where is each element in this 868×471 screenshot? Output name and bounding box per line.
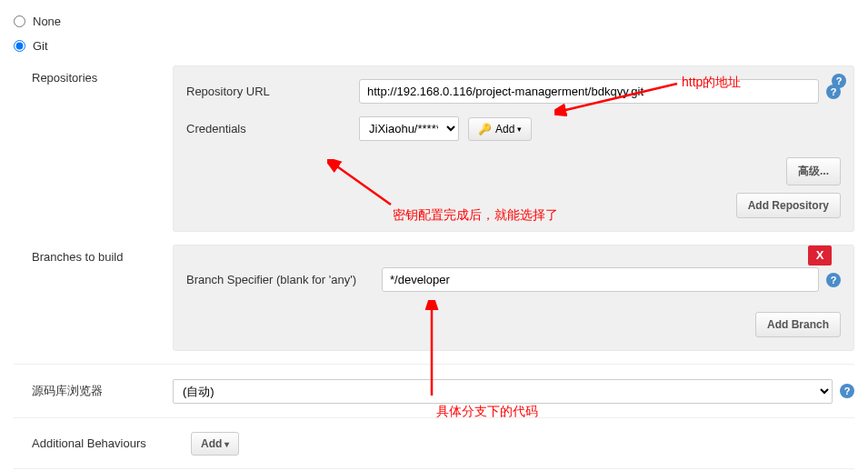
additional-behaviours-label: Additional Behaviours: [32, 431, 191, 456]
divider: [14, 468, 854, 469]
key-icon: 🔑: [478, 123, 492, 135]
repositories-block: ? Repository URL ? Credentials JiXiaohu/…: [173, 65, 854, 232]
repo-browser-label: 源码库浏览器: [32, 377, 173, 405]
add-credentials-button[interactable]: 🔑 Add ▾: [468, 117, 532, 141]
divider: [14, 417, 854, 418]
credentials-select[interactable]: JiXiaohu/******: [359, 116, 459, 141]
divider: [14, 364, 854, 365]
add-repository-button[interactable]: Add Repository: [736, 193, 841, 218]
repo-url-label: Repository URL: [186, 85, 359, 98]
help-icon[interactable]: ?: [832, 74, 846, 88]
scm-git-radio[interactable]: [14, 40, 25, 52]
credentials-label: Credentials: [186, 122, 359, 135]
scm-none-label: None: [33, 15, 61, 28]
help-icon[interactable]: ?: [826, 273, 841, 287]
branches-block: X Branch Specifier (blank for 'any') ? A…: [173, 245, 854, 351]
scm-none-radio[interactable]: [14, 15, 25, 27]
branches-label: Branches to build: [32, 245, 173, 351]
advanced-button[interactable]: 高级...: [786, 157, 841, 185]
repo-browser-select[interactable]: (自动): [173, 379, 833, 404]
add-branch-button[interactable]: Add Branch: [755, 312, 841, 337]
scm-git-label: Git: [33, 39, 48, 53]
repositories-label: Repositories: [32, 65, 173, 232]
close-icon[interactable]: X: [808, 246, 832, 266]
branch-specifier-label: Branch Specifier (blank for 'any'): [186, 273, 382, 286]
repo-url-input[interactable]: [359, 79, 819, 104]
branch-specifier-input[interactable]: [382, 267, 819, 292]
help-icon[interactable]: ?: [840, 384, 854, 398]
add-behaviour-button[interactable]: Add: [191, 432, 239, 456]
